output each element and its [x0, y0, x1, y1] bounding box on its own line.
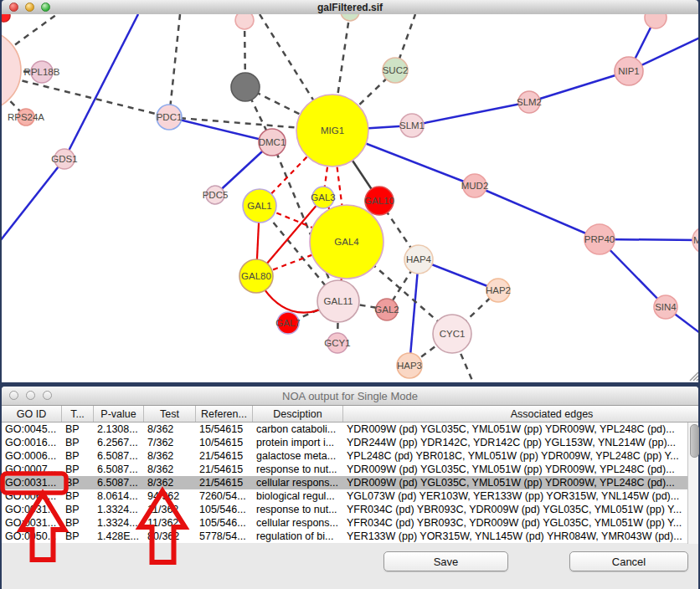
close-button[interactable] [9, 391, 18, 400]
cell-go_id[interactable]: GO:0050... [2, 530, 62, 543]
cell-type[interactable]: BP [62, 516, 94, 530]
column-header-desciption[interactable]: Desciption [253, 406, 343, 422]
cell-reference[interactable]: 5778/54... [196, 530, 253, 543]
cell-p_value[interactable]: 6.5087... [94, 476, 144, 489]
table-row-9[interactable]: GO:0050...BP1.428E...80/3625778/54...reg… [2, 530, 698, 543]
cell-test[interactable]: 94/362 [144, 489, 196, 503]
node-grayNode[interactable] [231, 73, 260, 101]
cell-reference[interactable]: 21/54615 [196, 476, 253, 489]
column-header-t-[interactable]: T... [62, 406, 94, 422]
node-topRightPink[interactable] [645, 14, 667, 28]
cell-p_value[interactable]: 1.3324... [94, 503, 144, 516]
cancel-button[interactable]: Cancel [569, 551, 688, 571]
cell-reference[interactable]: 21/54615 [196, 449, 253, 463]
cell-edges[interactable]: YDR244W (pp) YDR142C, YDR142C (pp) YGL15… [343, 436, 700, 449]
node-greenTop[interactable] [341, 14, 359, 21]
node-tinyRedTL[interactable] [2, 14, 10, 22]
cell-type[interactable]: BP [62, 423, 94, 436]
node-label-MIG1: MIG1 [321, 125, 344, 136]
cell-test[interactable]: 8/362 [144, 449, 196, 463]
cell-edges[interactable]: YER133W (pp) YOR315W, YNL145W (pd) YHR08… [343, 530, 700, 543]
cell-go_id[interactable]: GO:0006... [2, 449, 62, 463]
minimize-button[interactable] [26, 391, 35, 400]
column-header-referen-[interactable]: Referen... [196, 406, 253, 422]
table-row-4[interactable]: GO:0007...BP6.5087...8/36221/54615respon… [2, 463, 698, 476]
cell-type[interactable]: BP [62, 436, 94, 449]
cell-reference[interactable]: 105/546... [196, 503, 253, 516]
close-button[interactable] [9, 3, 18, 12]
zoom-button[interactable] [41, 3, 50, 12]
graph-window-titlebar[interactable]: galFiltered.sif [2, 0, 698, 15]
cell-p_value[interactable]: 1.3324... [94, 516, 144, 530]
cell-type[interactable]: BP [62, 530, 94, 543]
node-topPale[interactable] [235, 14, 254, 29]
cell-type[interactable]: BP [62, 463, 94, 476]
cell-edges[interactable]: YGL073W (pd) YER103W, YER133W (pp) YOR31… [343, 489, 700, 503]
cell-test[interactable]: 11/362 [144, 503, 196, 516]
scrollbar-thumb[interactable] [690, 424, 699, 458]
cell-description[interactable]: response to nut... [253, 463, 343, 476]
cell-type[interactable]: BP [62, 449, 94, 463]
cell-test[interactable]: 8/362 [144, 463, 196, 476]
cell-description[interactable]: cellular respons... [253, 476, 343, 489]
cell-test[interactable]: 80/362 [144, 530, 196, 543]
cell-test[interactable]: 7/362 [144, 436, 196, 449]
table-row-5[interactable]: GO:0031...BP6.5087...8/36221/54615cellul… [2, 476, 698, 489]
cell-go_id[interactable]: GO:0007... [2, 463, 62, 476]
table-row-2[interactable]: GO:0016...BP6.2567...7/36210/54615protei… [2, 436, 698, 449]
column-header-go-id[interactable]: GO ID [2, 406, 62, 422]
zoom-button[interactable] [43, 391, 52, 400]
cell-description[interactable]: biological regul... [253, 489, 343, 503]
cell-p_value[interactable]: 6.5087... [94, 463, 144, 476]
cell-go_id[interactable]: GO:0031... [2, 516, 62, 530]
cell-go_id[interactable]: GO:0031... [2, 503, 62, 516]
cell-p_value[interactable]: 6.2567... [94, 436, 144, 449]
cell-description[interactable]: protein import i... [253, 436, 343, 449]
cell-description[interactable]: galactose meta... [253, 449, 343, 463]
table-row-3[interactable]: GO:0006...BP6.5087...8/36221/54615galact… [2, 449, 698, 463]
cell-reference[interactable]: 15/54615 [196, 423, 253, 436]
cell-test[interactable]: 11/362 [144, 516, 196, 530]
table-row-6[interactable]: GO:0065...BP8.0614...94/3627260/54...bio… [2, 489, 698, 503]
column-header-associated-edges[interactable]: Associated edges [343, 406, 700, 422]
cell-edges[interactable]: YFR034C (pd) YBR093C, YDR009W (pd) YGL03… [343, 503, 700, 516]
cell-reference[interactable]: 105/546... [196, 516, 253, 530]
cell-description[interactable]: carbon cataboli... [253, 423, 343, 436]
table-row-7[interactable]: GO:0031...BP1.3324...11/362105/546...res… [2, 503, 698, 516]
save-button[interactable]: Save [383, 551, 508, 571]
cell-description[interactable]: cellular respons... [253, 516, 343, 530]
cell-reference[interactable]: 7260/54... [196, 489, 253, 503]
column-header-p-value[interactable]: P-value [94, 406, 144, 422]
cell-reference[interactable]: 10/54615 [196, 436, 253, 449]
cell-go_id[interactable]: GO:0031... [2, 476, 62, 489]
cell-edges[interactable]: YFR034C (pd) YBR093C, YDR009W (pd) YGL03… [343, 516, 700, 530]
cell-go_id[interactable]: GO:0065... [2, 489, 62, 503]
resize-grip[interactable] [697, 379, 698, 381]
cell-test[interactable]: 8/362 [144, 476, 196, 489]
cell-test[interactable]: 8/362 [144, 423, 196, 436]
cell-edges[interactable]: YDR009W (pd) YGL035C, YML051W (pp) YDR00… [343, 423, 700, 436]
cell-go_id[interactable]: GO:0045... [2, 423, 62, 436]
cell-type[interactable]: BP [62, 489, 94, 503]
node-label-GAL80: GAL80 [241, 271, 271, 281]
minimize-button[interactable] [25, 3, 34, 12]
cell-type[interactable]: BP [62, 503, 94, 516]
cell-edges[interactable]: YPL248C (pd) YBR018C, YML051W (pp) YDR00… [343, 449, 700, 463]
cell-p_value[interactable]: 2.1308... [94, 423, 144, 436]
vertical-scrollbar[interactable] [687, 423, 698, 544]
cell-p_value[interactable]: 8.0614... [94, 489, 144, 503]
cell-reference[interactable]: 21/54615 [196, 463, 253, 476]
network-canvas[interactable]: RPL18BRPS24AGDS1PDC1MIG1DMC1SUC2SLM1SLM2… [2, 14, 698, 382]
cell-edges[interactable]: YDR009W (pd) YGL035C, YML051W (pp) YDR00… [343, 476, 700, 489]
cell-edges[interactable]: YDR009W (pd) YGL035C, YML051W (pp) YDR00… [343, 463, 700, 476]
cell-p_value[interactable]: 6.5087... [94, 449, 144, 463]
noa-window-titlebar[interactable]: NOA output for Single Mode [2, 387, 698, 406]
cell-p_value[interactable]: 1.428E... [94, 530, 144, 543]
cell-type[interactable]: BP [62, 476, 94, 489]
cell-description[interactable]: regulation of bi... [253, 530, 343, 543]
table-row-1[interactable]: GO:0045...BP2.1308...8/36215/54615carbon… [2, 423, 698, 436]
table-row-8[interactable]: GO:0031...BP1.3324...11/362105/546...cel… [2, 516, 698, 530]
column-header-test[interactable]: Test [144, 406, 196, 422]
cell-go_id[interactable]: GO:0016... [2, 436, 62, 449]
cell-description[interactable]: response to nut... [253, 503, 343, 516]
